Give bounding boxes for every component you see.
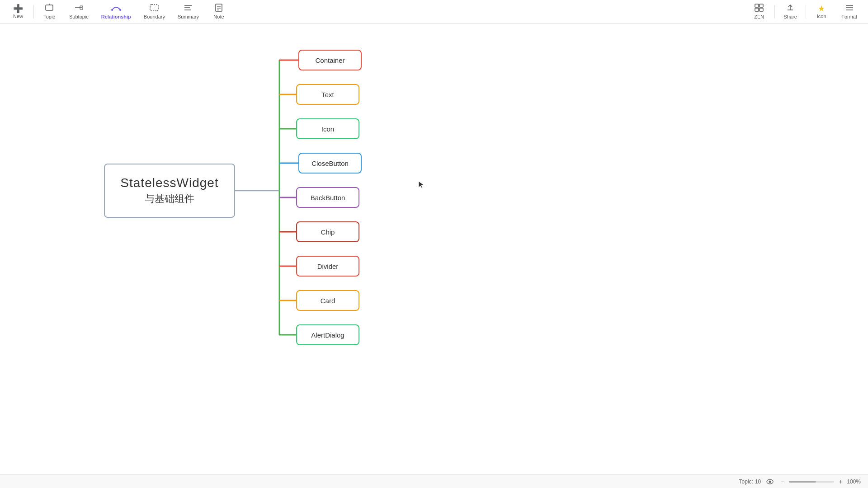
node-back-button[interactable]: BackButton <box>296 187 359 208</box>
toolbar-subtopic[interactable]: Subtopic <box>63 2 95 21</box>
svg-point-6 <box>119 9 121 11</box>
boundary-icon <box>149 4 159 13</box>
zoom-out-btn[interactable]: − <box>779 478 786 485</box>
icon-btn-icon: ★ <box>818 5 825 13</box>
toolbar-format[interactable]: Format <box>835 2 863 21</box>
node-text[interactable]: Text <box>296 84 359 105</box>
svg-rect-0 <box>46 5 53 10</box>
new-icon: ➕ <box>13 5 23 13</box>
share-label: Share <box>783 14 797 19</box>
canvas[interactable]: StatelessWidget 与基础组件 Container Text Ico… <box>0 23 868 474</box>
note-icon <box>215 4 223 13</box>
toolbar-icon-btn[interactable]: ★ Icon <box>808 3 835 21</box>
svg-point-5 <box>111 9 113 11</box>
svg-rect-11 <box>216 4 222 11</box>
format-label: Format <box>841 14 857 19</box>
node-close-button[interactable]: CloseButton <box>298 153 362 174</box>
zen-label: ZEN <box>754 14 764 19</box>
node-container[interactable]: Container <box>298 50 362 70</box>
toolbar-zen[interactable]: ZEN <box>745 2 773 21</box>
relationship-label: Relationship <box>101 14 131 19</box>
topic-label: Topic: <box>739 479 753 485</box>
separator-2 <box>774 5 775 19</box>
svg-rect-15 <box>755 4 759 7</box>
zoom-slider[interactable] <box>789 481 834 483</box>
boundary-label: Boundary <box>144 14 165 19</box>
node-card[interactable]: Card <box>296 290 359 311</box>
toolbar: ➕ New Topic Subtopic Relationship Bounda… <box>0 0 868 23</box>
toolbar-summary[interactable]: Summary <box>171 2 205 21</box>
central-node-text1: StatelessWidget <box>120 176 218 190</box>
toolbar-relationship[interactable]: Relationship <box>95 2 137 21</box>
format-icon <box>845 4 854 13</box>
svg-rect-18 <box>760 8 763 11</box>
toolbar-note[interactable]: Note <box>205 2 232 21</box>
eye-btn[interactable] <box>766 479 774 484</box>
node-alert-dialog[interactable]: AlertDialog <box>296 324 359 345</box>
summary-label: Summary <box>178 14 199 19</box>
summary-icon <box>184 4 193 13</box>
toolbar-boundary[interactable]: Boundary <box>137 2 171 21</box>
zoom-control: − + 100% <box>779 478 861 485</box>
share-icon <box>786 4 794 13</box>
topic-label: Topic <box>43 14 55 19</box>
zoom-percent: 100% <box>847 479 861 485</box>
connection-lines <box>0 23 868 474</box>
topic-icon <box>45 4 54 13</box>
separator-1 <box>33 5 34 19</box>
node-divider[interactable]: Divider <box>296 256 359 277</box>
topic-count: Topic: 10 <box>739 479 761 485</box>
toolbar-new[interactable]: ➕ New <box>5 3 32 21</box>
svg-rect-7 <box>150 5 158 11</box>
zoom-in-btn[interactable]: + <box>837 478 844 485</box>
relationship-icon <box>111 4 121 13</box>
node-icon[interactable]: Icon <box>296 118 359 139</box>
new-label: New <box>13 14 23 19</box>
node-chip[interactable]: Chip <box>296 221 359 242</box>
subtopic-label: Subtopic <box>69 14 89 19</box>
central-node-text2: 与基础组件 <box>145 192 194 206</box>
svg-point-36 <box>769 480 771 483</box>
icon-btn-label: Icon <box>817 14 826 19</box>
central-node[interactable]: StatelessWidget 与基础组件 <box>104 164 235 218</box>
svg-rect-17 <box>755 8 759 11</box>
separator-3 <box>806 5 806 19</box>
note-label: Note <box>213 14 224 19</box>
toolbar-topic[interactable]: Topic <box>36 2 63 21</box>
toolbar-share[interactable]: Share <box>777 2 804 21</box>
topic-number: 10 <box>755 479 761 485</box>
statusbar: Topic: 10 − + 100% <box>0 474 868 488</box>
subtopic-icon <box>74 4 83 13</box>
svg-rect-16 <box>760 4 763 7</box>
zen-icon <box>755 4 764 13</box>
